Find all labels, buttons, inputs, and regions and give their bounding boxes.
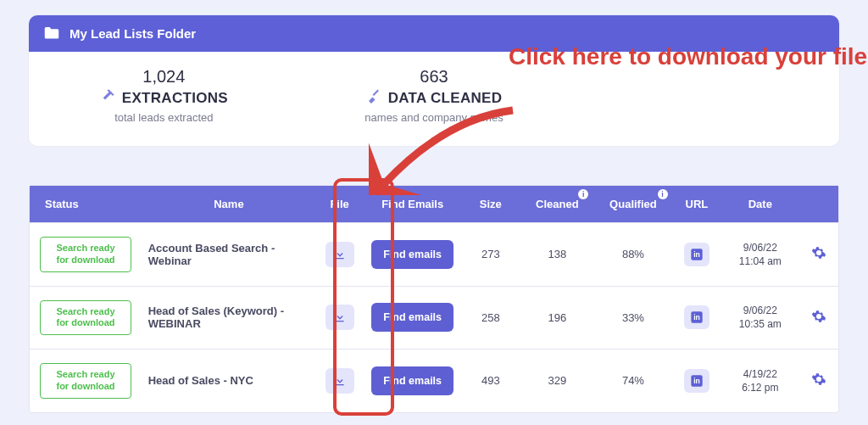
date-value: 4/19/226:12 pm [721, 350, 799, 412]
lead-name: Head of Sales (Keyword) - WEBINAR [143, 286, 315, 350]
col-find: Find Emails [364, 186, 460, 223]
status-badge: Search ready for download [40, 300, 131, 336]
qualified-value: 33% [593, 286, 672, 350]
find-emails-button[interactable]: Find emails [371, 240, 453, 269]
table-header-row: Status Name File Find Emails Size Cleane… [30, 186, 838, 223]
stat-label: EXTRACTIONS [122, 90, 228, 107]
svg-text:in: in [693, 377, 700, 385]
date-value: 9/06/2211:04 am [721, 223, 799, 287]
lead-name: Head of Sales - NYC [143, 350, 315, 412]
size-value: 273 [460, 223, 520, 287]
stat-cleaned: 663 DATA CLEANED names and company names [299, 67, 570, 124]
folder-title: My Lead Lists Folder [70, 26, 196, 41]
stat-value: 1,024 [29, 67, 299, 87]
col-name: Name [143, 186, 315, 223]
stat-label: DATA CLEANED [388, 90, 503, 107]
stat-desc: total leads extracted [29, 111, 299, 124]
folder-panel: My Lead Lists Folder 1,024 EXTRACTIONS t… [29, 15, 839, 146]
col-status: Status [30, 186, 143, 223]
stat-extractions: 1,024 EXTRACTIONS total leads extracted [29, 67, 299, 124]
download-file-button[interactable] [326, 242, 354, 267]
download-file-button[interactable] [326, 305, 354, 330]
col-qualified: Qualifiedi [593, 186, 672, 223]
settings-button[interactable] [811, 245, 826, 260]
qualified-value: 74% [593, 350, 672, 412]
size-value: 258 [460, 286, 520, 350]
download-file-button[interactable] [326, 368, 354, 394]
cleaned-value: 138 [520, 223, 593, 287]
cleaned-value: 196 [520, 286, 593, 350]
info-icon[interactable]: i [578, 189, 588, 199]
size-value: 493 [460, 350, 520, 412]
leads-table: Status Name File Find Emails Size Cleane… [29, 185, 839, 413]
info-icon[interactable]: i [658, 189, 668, 199]
table-row: Search ready for download Head of Sales … [30, 350, 838, 412]
svg-text:in: in [693, 314, 700, 322]
col-actions [799, 186, 838, 223]
col-file: File [314, 186, 364, 223]
stat-placeholder [569, 67, 839, 124]
qualified-value: 88% [593, 223, 672, 287]
pickaxe-icon [100, 88, 115, 108]
lead-name: Account Based Search - Webinar [143, 223, 315, 287]
annotation-callout: Click here to download your file [509, 42, 867, 71]
cleaned-value: 329 [520, 350, 593, 412]
status-badge: Search ready for download [40, 237, 131, 272]
table-row: Search ready for download Head of Sales … [30, 286, 838, 350]
col-url: URL [673, 186, 721, 223]
status-badge: Search ready for download [40, 363, 131, 399]
find-emails-button[interactable]: Find emails [371, 366, 453, 395]
broom-icon [366, 88, 381, 108]
stat-desc: names and company names [299, 111, 570, 124]
linkedin-button[interactable]: in [684, 369, 709, 393]
col-cleaned: Cleanedi [520, 186, 593, 223]
linkedin-button[interactable]: in [684, 243, 709, 266]
table-row: Search ready for download Account Based … [30, 223, 838, 287]
col-date: Date [721, 186, 799, 223]
settings-button[interactable] [811, 309, 826, 324]
col-size: Size [460, 186, 520, 223]
settings-button[interactable] [811, 372, 826, 387]
svg-text:in: in [693, 250, 700, 259]
find-emails-button[interactable]: Find emails [371, 303, 453, 332]
date-value: 9/06/2210:35 am [721, 286, 799, 350]
linkedin-button[interactable]: in [684, 305, 709, 329]
folder-icon [44, 25, 59, 42]
